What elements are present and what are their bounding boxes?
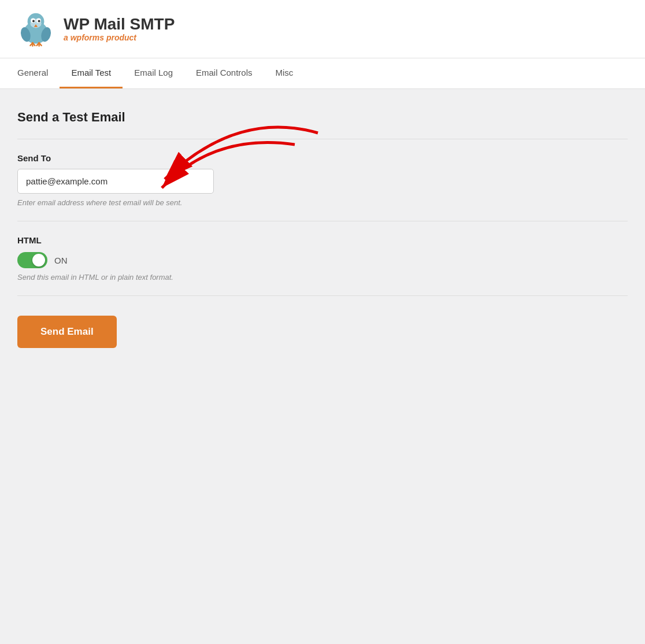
send-email-button[interactable]: Send Email — [17, 316, 117, 348]
app-header: WP Mail SMTP a wpforms product — [0, 0, 645, 58]
send-to-section: Send To Enter email address where test e… — [17, 153, 628, 207]
app-logo-icon — [17, 10, 54, 47]
svg-point-6 — [38, 20, 40, 22]
app-title: WP Mail SMTP — [64, 16, 175, 34]
send-to-input[interactable] — [17, 169, 214, 194]
html-toggle-row: ON — [17, 252, 628, 268]
subtitle-suffix: product — [104, 33, 136, 42]
toggle-slider — [17, 252, 47, 268]
svg-point-5 — [32, 20, 35, 22]
section-title: Send a Test Email — [17, 110, 628, 125]
html-toggle[interactable] — [17, 252, 47, 268]
send-to-label: Send To — [17, 153, 628, 163]
tab-email-controls[interactable]: Email Controls — [184, 58, 264, 88]
divider-3 — [17, 295, 628, 296]
tab-email-log[interactable]: Email Log — [123, 58, 184, 88]
app-subtitle: a wpforms product — [64, 33, 175, 42]
tab-general[interactable]: General — [17, 58, 60, 88]
divider-2 — [17, 221, 628, 221]
subtitle-prefix: a — [64, 33, 71, 42]
tab-misc[interactable]: Misc — [264, 58, 305, 88]
send-to-hint: Enter email address where test email wil… — [17, 198, 628, 207]
html-hint: Send this email in HTML or in plain text… — [17, 273, 628, 282]
html-label: HTML — [17, 235, 628, 245]
html-toggle-state-label: ON — [54, 256, 68, 265]
tab-email-test[interactable]: Email Test — [60, 58, 123, 88]
app-logo-text: WP Mail SMTP a wpforms product — [64, 16, 175, 43]
subtitle-brand: wpforms — [71, 33, 104, 42]
html-section: HTML ON Send this email in HTML or in pl… — [17, 235, 628, 282]
main-nav: General Email Test Email Log Email Contr… — [0, 58, 645, 89]
main-content: Send a Test Email Send To Enter email ad… — [0, 89, 645, 369]
divider-1 — [17, 139, 628, 139]
